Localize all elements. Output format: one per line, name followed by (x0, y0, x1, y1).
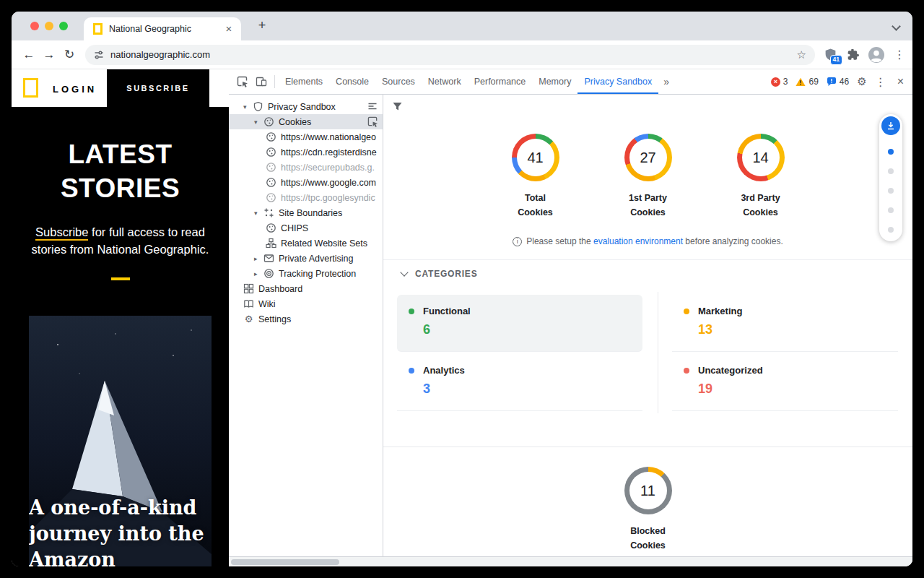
tree-item-label: https://www.google.com (281, 178, 376, 188)
download-report-button[interactable] (881, 116, 900, 135)
category-marketing[interactable]: Marketing 13 (672, 295, 898, 352)
donut-label: Blocked Cookies (622, 524, 675, 553)
devtools-tab-elements[interactable]: Elements (279, 69, 329, 94)
dashboard-icon (243, 283, 254, 294)
devtools-settings-icon[interactable]: ⚙ (857, 75, 866, 88)
site-settings-icon[interactable] (94, 50, 104, 60)
devtools-tab-network[interactable]: Network (422, 69, 468, 94)
subscribe-button[interactable]: SUBSCRIBE (107, 69, 209, 107)
pager-dot[interactable] (888, 149, 894, 155)
tree-item-label: Tracking Protection (279, 269, 356, 279)
column-divider (658, 292, 658, 413)
category-label: Functional (423, 306, 471, 316)
pager-dot[interactable] (888, 207, 894, 213)
tree-item-label: CHIPS (281, 223, 308, 233)
tab-search-chevron-icon[interactable] (892, 22, 901, 31)
browser-tab[interactable]: National Geographic × (84, 17, 241, 40)
tree-item-privacy-sandbox[interactable]: ▾ Privacy Sandbox (229, 99, 383, 114)
login-button[interactable]: LOGIN (53, 84, 97, 95)
section-divider (383, 447, 912, 447)
reload-button[interactable]: ↻ (59, 47, 79, 62)
pick-element-icon[interactable] (367, 116, 378, 127)
error-count[interactable]: ×3 (771, 77, 788, 87)
tree-item-url-nationalgeographic[interactable]: https://www.nationalgeo (229, 129, 383, 144)
issues-icon (827, 77, 837, 87)
minimize-window-button[interactable] (45, 22, 53, 30)
expand-arrow-icon[interactable]: ▾ (254, 210, 263, 217)
tree-menu-icon[interactable] (367, 101, 378, 112)
categories-section-header[interactable]: CATEGORIES (401, 269, 477, 279)
tree-item-related-website-sets[interactable]: Related Website Sets (229, 236, 383, 251)
tree-item-label: https://cdn.registerdisne (281, 147, 377, 158)
story-title[interactable]: A one-of-a-kind journey into the Amazon (29, 495, 212, 566)
expand-arrow-icon[interactable]: ▾ (243, 103, 253, 111)
tree-item-url-registerdisney[interactable]: https://cdn.registerdisne (229, 144, 383, 160)
cookie-extension-button[interactable]: 41 (824, 48, 838, 62)
pager-dot[interactable] (888, 168, 894, 174)
tree-item-url-securepubads[interactable]: https://securepubads.g. (229, 160, 383, 175)
subscribe-link[interactable]: Subscribe (35, 225, 88, 241)
issues-count[interactable]: 46 (827, 77, 849, 87)
category-value: 19 (698, 381, 886, 397)
collapse-arrow-icon[interactable]: ▸ (254, 270, 263, 277)
category-value: 3 (423, 381, 631, 397)
tree-item-dashboard[interactable]: Dashboard (229, 281, 383, 296)
devtools-tabs-bar: Elements Console Sources Network Perform… (229, 69, 912, 95)
devtools-tab-privacy-sandbox[interactable]: Privacy Sandbox (578, 69, 658, 94)
back-button[interactable]: ← (19, 48, 39, 62)
pager-dot[interactable] (888, 188, 894, 194)
pager-dot[interactable] (888, 227, 894, 233)
donut-ring: 27 (624, 134, 672, 181)
tree-item-tracking-protection[interactable]: ▸ Tracking Protection (229, 266, 383, 281)
address-bar[interactable]: nationalgeographic.com ☆ (85, 45, 815, 65)
devtools-tab-memory[interactable]: Memory (532, 69, 578, 94)
devtools-status-cluster: ×3 69 46 ⚙ ⋮ × (771, 75, 908, 89)
devtools-close-icon[interactable]: × (894, 75, 907, 88)
horizontal-scrollbar[interactable] (229, 556, 912, 566)
devtools-tab-console[interactable]: Console (329, 69, 375, 94)
profile-avatar[interactable] (868, 46, 885, 64)
device-toolbar-icon[interactable] (252, 72, 271, 91)
url-text[interactable]: nationalgeographic.com (110, 49, 210, 60)
tree-item-site-boundaries[interactable]: ▾ Site Boundaries (229, 205, 383, 220)
tree-item-label: https://securepubads.g. (281, 163, 375, 173)
tree-item-url-googlesyndication[interactable]: https://tpc.googlesyndic (229, 190, 383, 205)
category-functional[interactable]: Functional 6 (397, 295, 642, 352)
new-tab-button[interactable]: + (254, 18, 270, 34)
tree-item-url-google[interactable]: https://www.google.com (229, 175, 383, 190)
tree-item-settings[interactable]: ⚙ Settings (229, 311, 383, 327)
cookie-icon (266, 162, 276, 173)
bookmark-star-icon[interactable]: ☆ (797, 48, 806, 61)
evaluation-environment-link[interactable]: evaluation environment (593, 236, 683, 246)
donut-ring: 14 (737, 134, 785, 181)
browser-menu-icon[interactable]: ⋮ (894, 48, 905, 61)
expand-arrow-icon[interactable]: ▾ (254, 118, 263, 126)
category-analytics[interactable]: Analytics 3 (397, 354, 642, 411)
tree-item-chips[interactable]: CHIPS (229, 220, 383, 236)
browser-toolbar: ← → ↻ nationalgeographic.com ☆ 41 ⋮ (12, 40, 912, 69)
devtools-tab-performance[interactable]: Performance (468, 69, 533, 94)
filter-funnel-icon[interactable] (392, 101, 403, 115)
tree-item-wiki[interactable]: Wiki (229, 296, 383, 311)
devtools-tab-sources[interactable]: Sources (375, 69, 422, 94)
collapse-arrow-icon[interactable]: ▸ (254, 255, 263, 262)
donut-ring: 41 (512, 134, 559, 181)
extensions-puzzle-icon[interactable] (847, 49, 859, 61)
tree-item-private-advertising[interactable]: ▸ Private Advertising (229, 251, 383, 266)
devtools-panel: Elements Console Sources Network Perform… (229, 69, 912, 566)
close-tab-icon[interactable]: × (222, 22, 235, 35)
fullscreen-window-button[interactable] (59, 22, 68, 30)
tree-item-cookies[interactable]: ▾ Cookies (229, 114, 383, 129)
close-window-button[interactable] (30, 22, 39, 30)
forward-button[interactable]: → (39, 48, 59, 62)
devtools-menu-icon[interactable]: ⋮ (875, 75, 886, 89)
natgeo-logo-icon[interactable] (23, 78, 38, 98)
story-hero-image[interactable]: A one-of-a-kind journey into the Amazon (29, 316, 212, 566)
inspect-element-icon[interactable] (233, 72, 252, 91)
more-tabs-icon[interactable]: » (658, 76, 674, 87)
promo-text: Subscribe for full access to read storie… (22, 223, 219, 259)
category-uncategorized[interactable]: Uncategorized 19 (672, 354, 898, 411)
warning-count[interactable]: 69 (796, 77, 818, 87)
donut-label: Total Cookies (509, 191, 562, 220)
scrollbar-thumb[interactable] (231, 559, 339, 565)
